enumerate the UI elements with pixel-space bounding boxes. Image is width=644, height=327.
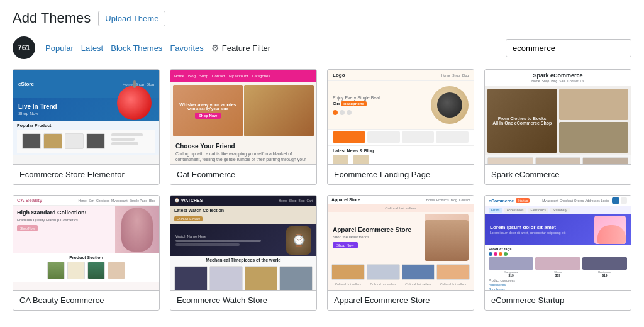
theme-card[interactable]: Spark eCommerce HomeShopBlogSaleContactU… — [484, 69, 631, 185]
theme-thumbnail: eStore HomeShopBlog Live In Trend Shop N… — [13, 70, 159, 164]
theme-card[interactable]: Apparel Store HomeProductsBlogContact Cu… — [327, 195, 474, 311]
theme-name: CA Beauty Ecommerce — [13, 290, 159, 310]
headphone-red-image — [117, 86, 152, 120]
page-title: Add Themes — [13, 10, 91, 26]
theme-name: Ecommerce Store Elementor — [13, 164, 159, 184]
theme-thumbnail: Logo HomeShopBlog Enjoy Every Single Bea… — [328, 70, 474, 164]
filter-block-themes[interactable]: Block Themes — [111, 43, 162, 53]
theme-name: Apparel Ecommerce Store — [328, 290, 474, 310]
theme-thumbnail: eCommerce Startup My accountCheckoutOrde… — [485, 196, 631, 290]
filter-links: Popular Latest Block Themes Favorites ⚙ … — [45, 43, 496, 53]
theme-card[interactable]: eCommerce Startup My accountCheckoutOrde… — [484, 195, 631, 311]
filter-bar: 761 Popular Latest Block Themes Favorite… — [13, 36, 631, 59]
upload-theme-button[interactable]: Upload Theme — [98, 11, 165, 26]
filter-popular[interactable]: Popular — [45, 43, 74, 53]
theme-card[interactable]: Logo HomeShopBlog Enjoy Every Single Bea… — [327, 69, 474, 185]
theme-thumbnail: Spark eCommerce HomeShopBlogSaleContactU… — [485, 70, 631, 164]
theme-card[interactable]: ⌚ WATCHES HomeShopBlogCart Latest Watch … — [170, 195, 317, 311]
theme-name: Ecommerce Watch Store — [170, 290, 316, 310]
theme-thumbnail: CA Beauty HomeSortCheckoutMy accountSimp… — [13, 196, 159, 290]
theme-card[interactable]: eStore HomeShopBlog Live In Trend Shop N… — [13, 69, 160, 185]
theme-count-badge: 761 — [13, 36, 35, 59]
feature-filter-button[interactable]: ⚙ Feature Filter — [211, 43, 270, 53]
feature-filter-label: Feature Filter — [222, 43, 270, 53]
theme-name: Ecommerce Landing Page — [328, 164, 474, 184]
page-header: Add Themes Upload Theme — [13, 10, 631, 26]
theme-card[interactable]: Home Blog Shop Contact My account Catego… — [170, 69, 317, 185]
filter-latest[interactable]: Latest — [81, 43, 103, 53]
theme-name: Spark eCommerce — [485, 164, 631, 184]
theme-name: eCommerce Startup — [485, 290, 631, 310]
theme-thumbnail: Home Blog Shop Contact My account Catego… — [170, 70, 316, 164]
search-input[interactable] — [506, 39, 631, 57]
gear-icon: ⚙ — [211, 43, 219, 53]
theme-thumbnail: Apparel Store HomeProductsBlogContact Cu… — [328, 196, 474, 290]
page-wrapper: Add Themes Upload Theme 761 Popular Late… — [0, 0, 644, 327]
filter-favorites[interactable]: Favorites — [170, 43, 203, 53]
theme-thumbnail: ⌚ WATCHES HomeShopBlogCart Latest Watch … — [170, 196, 316, 290]
theme-card[interactable]: CA Beauty HomeSortCheckoutMy accountSimp… — [13, 195, 160, 311]
themes-grid: eStore HomeShopBlog Live In Trend Shop N… — [13, 69, 631, 311]
theme-name: Cat Ecommerce — [170, 164, 316, 184]
